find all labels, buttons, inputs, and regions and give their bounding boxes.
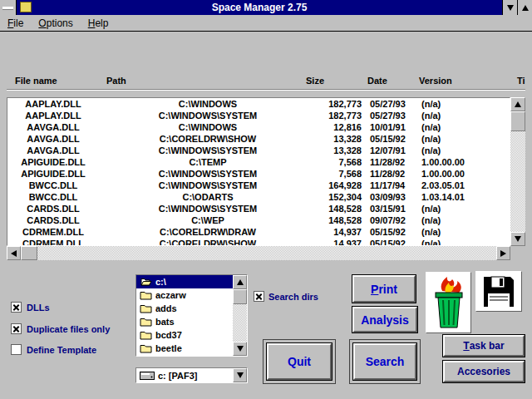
trash-icon-panel[interactable]: [426, 272, 471, 333]
hscroll-thumb[interactable]: [21, 246, 37, 260]
cell-version: 1.03.14.01: [416, 192, 496, 202]
cell-filename: AAPLAY.DLL: [7, 111, 99, 121]
drive-combo-dropdown-button[interactable]: [233, 368, 247, 382]
dir-item[interactable]: bcd37: [136, 328, 233, 342]
dir-item[interactable]: bats: [136, 315, 233, 328]
cell-version: (n/a): [416, 227, 496, 237]
cell-date: 05/27/93: [362, 99, 416, 109]
scroll-left-button[interactable]: [7, 246, 21, 260]
cell-filename: APIGUIDE.DLL: [7, 169, 99, 179]
cell-size: 12,816: [317, 122, 362, 132]
column-header-filename: File name: [15, 76, 57, 86]
cell-path: C:\CORELDRW\SHOW: [99, 239, 317, 246]
search-dirs-label: Search dirs: [268, 292, 318, 302]
file-row[interactable]: AAVGA.DLL C:\CORELDRW\SHOW 13,328 05/15/…: [7, 133, 510, 145]
file-list-vscrollbar[interactable]: [510, 97, 525, 246]
menu-file-label: ile: [13, 17, 23, 29]
file-row[interactable]: CDRMEM.DLL C:\CORELDRW\DRAW 14,937 05/15…: [7, 226, 510, 238]
dir-item-label: adds: [155, 303, 177, 313]
cell-version: (n/a): [416, 99, 496, 109]
search-dirs-checkbox[interactable]: [254, 291, 264, 302]
taskbar-button[interactable]: Task bar: [443, 335, 525, 357]
floppy-icon-panel[interactable]: [475, 271, 522, 312]
file-row[interactable]: BWCC.DLL C:\WINDOWS\SYSTEM 164,928 11/17…: [7, 180, 510, 191]
dir-list-items: c:\ aczarw adds bats bcd37 beetle: [136, 275, 233, 356]
dir-scroll-thumb[interactable]: [233, 289, 247, 304]
cell-filename: APIGUIDE.DLL: [7, 157, 99, 167]
file-row[interactable]: AAPLAY.DLL C:\WINDOWS 182,773 05/27/93 (…: [7, 98, 510, 110]
dlls-checkbox[interactable]: [11, 302, 22, 313]
menu-options-mnemonic: O: [38, 17, 46, 29]
dir-list-scrollbar[interactable]: [233, 275, 247, 356]
menu-options[interactable]: Options: [31, 15, 80, 31]
dir-item-selected[interactable]: c:\: [136, 275, 233, 288]
menu-file[interactable]: File: [0, 15, 31, 31]
file-row[interactable]: AAVGA.DLL C:\WINDOWS\SYSTEM 13,328 12/07…: [7, 145, 510, 156]
drive-combobox[interactable]: c: [PAF3]: [135, 367, 248, 383]
cell-size: 7,568: [317, 157, 362, 167]
window-title: Space Manager 2.75: [17, 0, 502, 15]
dir-item[interactable]: beetle: [136, 342, 233, 355]
search-button[interactable]: Search: [353, 343, 416, 380]
folder-icon: [140, 330, 152, 340]
column-header-size: Size: [306, 76, 324, 86]
file-row[interactable]: CARDS.DLL C:\WEP 148,528 09/07/92 (n/a): [7, 214, 510, 226]
file-row[interactable]: CARDS.DLL C:\WINDOWS\SYSTEM 148,528 03/1…: [7, 203, 510, 214]
dir-scroll-down-button[interactable]: [233, 342, 247, 356]
cell-date: 05/15/92: [362, 227, 416, 237]
file-list-box: AAPLAY.DLL C:\WINDOWS 182,773 05/27/93 (…: [7, 97, 525, 260]
vscroll-thumb[interactable]: [510, 111, 525, 131]
scroll-down-button[interactable]: [510, 232, 525, 246]
file-row[interactable]: AAVGA.DLL C:\WINDOWS 12,816 10/01/91 (n/…: [7, 121, 510, 133]
title-bar: Space Manager 2.75: [0, 0, 532, 15]
cell-path: C:\ODARTS: [99, 192, 317, 202]
dir-item[interactable]: adds: [136, 302, 233, 315]
define-template-checkbox[interactable]: [11, 344, 22, 355]
cell-date: 10/01/91: [362, 122, 416, 132]
minimize-icon: [507, 5, 514, 11]
cell-date: 09/07/92: [362, 215, 416, 225]
dir-scroll-up-button[interactable]: [233, 275, 247, 289]
print-label: rint: [378, 283, 397, 296]
print-mnemonic: P: [371, 283, 378, 296]
file-row[interactable]: APIGUIDE.DLL C:\WINDOWS\SYSTEM 7,568 11/…: [7, 168, 510, 180]
maximize-button[interactable]: [517, 0, 532, 15]
scroll-right-button[interactable]: [496, 246, 510, 260]
open-folder-icon: [140, 277, 152, 287]
cell-size: 14,937: [317, 239, 362, 246]
drive-combo-value: c: [PAF3]: [158, 371, 233, 381]
system-menu-button[interactable]: [0, 0, 17, 15]
scroll-up-button[interactable]: [510, 97, 525, 111]
header-divider: [7, 89, 525, 91]
dlls-label: DLLs: [27, 303, 50, 313]
file-row[interactable]: APIGUIDE.DLL C:\TEMP 7,568 11/28/92 1.00…: [7, 156, 510, 168]
quit-button-frame: Quit: [263, 339, 336, 384]
dir-item-label: beetle: [155, 343, 182, 353]
cell-path: C:\WINDOWS\SYSTEM: [99, 145, 317, 155]
cell-version: 1.00.00.00: [416, 169, 496, 179]
print-button[interactable]: Print: [352, 275, 416, 303]
cell-version: (n/a): [416, 122, 496, 132]
analysis-label: Analysis: [361, 313, 409, 327]
duplicate-files-checkbox[interactable]: [11, 323, 22, 334]
file-row[interactable]: BWCC.DLL C:\ODARTS 152,304 03/09/93 1.03…: [7, 191, 510, 203]
accessories-button[interactable]: Accesories: [443, 361, 525, 382]
dir-item-label: bcd37: [155, 330, 182, 340]
cell-filename: CARDS.DLL: [7, 204, 99, 214]
dir-item[interactable]: aczarw: [136, 288, 233, 302]
menu-help-label: elp: [95, 17, 108, 29]
file-list-hscrollbar[interactable]: [7, 246, 510, 260]
taskbar-mnemonic: T: [463, 340, 469, 352]
menu-help[interactable]: Help: [81, 15, 116, 31]
file-row[interactable]: AAPLAY.DLL C:\WINDOWS\SYSTEM 182,773 05/…: [7, 110, 510, 121]
app-icon: [20, 2, 32, 12]
cell-date: 05/15/92: [362, 239, 416, 246]
cell-size: 182,773: [317, 111, 362, 121]
analysis-button[interactable]: Analysis: [352, 307, 417, 332]
directory-list-box: c:\ aczarw adds bats bcd37 beetle: [135, 274, 248, 357]
minimize-button[interactable]: [502, 0, 517, 15]
file-row[interactable]: CDRMEM.DLL C:\CORELDRW\SHOW 14,937 05/15…: [7, 238, 510, 246]
quit-button[interactable]: Quit: [267, 343, 332, 380]
cell-path: C:\CORELDRW\SHOW: [99, 134, 317, 144]
folder-icon: [140, 317, 152, 327]
